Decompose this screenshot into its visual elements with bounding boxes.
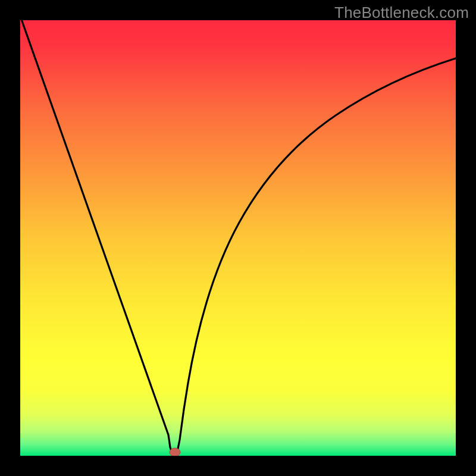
- gradient-background: [20, 20, 456, 456]
- plot-area: [20, 20, 456, 456]
- minimum-marker: [170, 448, 180, 456]
- plot-svg: [20, 20, 456, 456]
- watermark-text: TheBottleneck.com: [334, 4, 469, 22]
- chart-frame: TheBottleneck.com: [0, 0, 476, 476]
